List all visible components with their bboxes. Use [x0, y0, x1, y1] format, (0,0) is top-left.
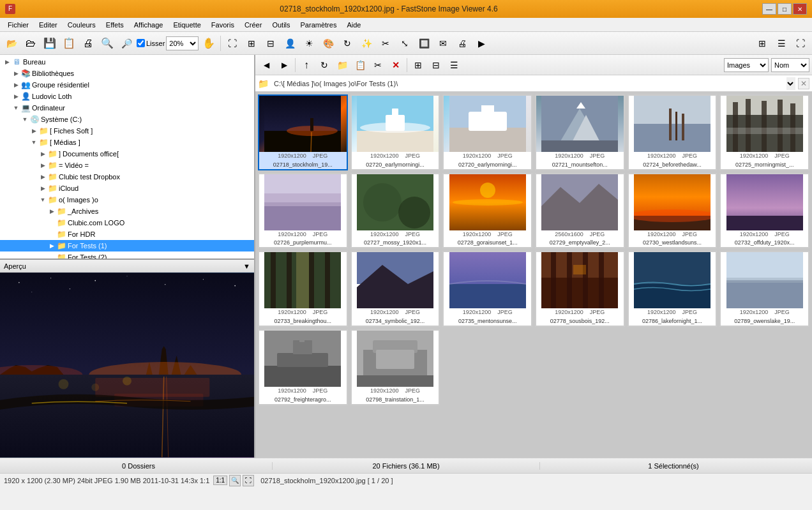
tree-item-ludovic[interactable]: ▶ 👤 Ludovic Loth: [0, 91, 254, 102]
toolbar-thumbs-btn[interactable]: ⊞: [243, 34, 260, 52]
toolbar-print2-btn[interactable]: 🖨: [453, 34, 471, 52]
thumb-item-16[interactable]: 1920x1200 JPEG 02778_sousbois_192...: [535, 251, 625, 327]
thumb-item-1[interactable]: 1920x1200 JPEG 02718_stockholm_19...: [258, 94, 348, 170]
expander-bureau[interactable]: ▶: [3, 59, 11, 65]
thumb-item-4[interactable]: 1920x1200 JPEG 02721_mountsefton...: [535, 94, 625, 170]
nav-copy-btn[interactable]: 📋: [352, 57, 368, 73]
toolbar-crop-btn[interactable]: ✂: [377, 34, 395, 52]
toolbar-print-btn[interactable]: 🖨: [79, 34, 97, 52]
toolbar-fit-btn[interactable]: ⛶: [792, 34, 809, 52]
tree-item-docoffice[interactable]: ▶ 📁 ] Documents office[: [0, 148, 254, 160]
menu-etiquette[interactable]: Etiquette: [168, 20, 206, 30]
tree-item-fichesoft[interactable]: ▶ 📁 [ Fiches Soft ]: [0, 125, 254, 137]
menu-couleurs[interactable]: Couleurs: [63, 20, 101, 30]
expander-fortests1[interactable]: ▶: [47, 243, 56, 249]
menu-parametres[interactable]: Paramètres: [296, 20, 342, 30]
toolbar-grid-btn[interactable]: ⊞: [753, 34, 771, 52]
tree-item-forhdr[interactable]: ▶ 📁 For HDR: [0, 229, 254, 240]
tree-item-fortests2[interactable]: ▶ 📁 For Tests (2): [0, 251, 254, 260]
thumb-item-18[interactable]: 1920x1200 JPEG 02789_owenslake_19...: [719, 251, 809, 327]
tree-item-clubictest[interactable]: ▶ 📁 Clubic test Dropbox: [0, 171, 254, 183]
thumb-item-20[interactable]: 1920x1200 JPEG 02798_trainstation_1...: [350, 329, 440, 405]
tree-item-systeme[interactable]: ▼ 💿 Système (C:): [0, 114, 254, 125]
toolbar-hand-btn[interactable]: ✋: [200, 34, 218, 52]
close-button[interactable]: ✕: [793, 3, 807, 15]
menu-favoris[interactable]: Favoris: [206, 20, 239, 30]
thumb-item-17[interactable]: 1920x1200 JPEG 02786_lakefornight_1...: [628, 251, 718, 327]
tree-item-medias[interactable]: ▼ 📁 [ Médias ]: [0, 137, 254, 148]
thumb-item-11[interactable]: 1920x1200 JPEG 02730_westlandsuns...: [628, 173, 718, 249]
thumb-item-13[interactable]: 1920x1200 JPEG 02733_breakingthou...: [258, 251, 348, 327]
thumb-item-3[interactable]: 1920x1200 JPEG 02720_earlymorningi...: [442, 94, 532, 170]
expander-icloud[interactable]: ▶: [38, 185, 47, 191]
info-1to1-btn[interactable]: 1:1: [213, 476, 227, 485]
toolbar-effects-btn[interactable]: ✨: [357, 34, 375, 52]
thumb-item-12[interactable]: 1920x1200 JPEG 02732_offduty_1920x...: [719, 173, 809, 249]
toolbar-color-btn[interactable]: 🎨: [319, 34, 337, 52]
tree-item-fortests1[interactable]: ▶ 📁 For Tests (1): [0, 240, 254, 251]
toolbar-save-btn[interactable]: 🗁: [22, 34, 40, 52]
expander-clubiclogo[interactable]: ▶: [47, 220, 56, 226]
expander-systeme[interactable]: ▼: [20, 116, 29, 123]
toolbar-fullscreen-btn[interactable]: ⛶: [223, 34, 241, 52]
menu-creer[interactable]: Créer: [239, 20, 267, 30]
thumb-item-10[interactable]: 2560x1600 JPEG 02729_emptyvalley_2...: [535, 173, 625, 249]
nav-newfolder-btn[interactable]: 📁: [334, 57, 350, 73]
minimize-button[interactable]: —: [762, 3, 776, 15]
expander-video[interactable]: ▶: [38, 162, 47, 169]
tree-item-archives[interactable]: ▶ 📁 _Archives: [0, 206, 254, 217]
toolbar-copy-btn[interactable]: 📋: [60, 34, 78, 52]
toolbar-rotate-btn[interactable]: ↻: [338, 34, 356, 52]
toolbar-resize-btn[interactable]: ⤡: [396, 34, 414, 52]
nav-refresh-btn[interactable]: ↻: [316, 57, 333, 73]
toolbar-email-btn[interactable]: ✉: [434, 34, 452, 52]
tree-item-images[interactable]: ▼ 📁 o( Images )o: [0, 194, 254, 206]
nav-delete-btn[interactable]: ✕: [387, 57, 404, 73]
expander-images[interactable]: ▼: [38, 197, 47, 203]
menu-effets[interactable]: Effets: [101, 20, 129, 30]
nav-up-btn[interactable]: ↑: [298, 57, 315, 73]
expander-docoffice[interactable]: ▶: [38, 151, 47, 157]
nav-move-btn[interactable]: ✂: [370, 57, 386, 73]
nav-back-btn[interactable]: ◀: [258, 57, 274, 73]
tree-item-bureau[interactable]: ▶ 🖥 Bureau: [0, 56, 254, 68]
thumb-item-14[interactable]: 1920x1200 JPEG 02734_symbolic_192...: [350, 251, 440, 327]
zoom-select[interactable]: 20%25%50%75%100%: [166, 36, 199, 50]
expander-fortests2[interactable]: ▶: [47, 254, 56, 260]
tree-item-video[interactable]: ▶ 📁 = Vidéo =: [0, 160, 254, 171]
thumb-item-15[interactable]: 1920x1200 JPEG 02735_mentonsunse...: [442, 251, 532, 327]
expander-forhdr[interactable]: ▶: [47, 231, 56, 237]
thumb-item-9[interactable]: 1920x1200 JPEG 02728_goraisunset_1...: [442, 173, 532, 249]
path-clear-btn[interactable]: ✕: [798, 78, 809, 89]
lisser-checkbox[interactable]: Lisser: [137, 39, 165, 47]
expander-biblio[interactable]: ▶: [11, 70, 20, 77]
expander-clubictest[interactable]: ▶: [38, 174, 47, 180]
nav-view1-btn[interactable]: ⊞: [410, 57, 426, 73]
menu-fichier[interactable]: Fichier: [3, 20, 34, 30]
toolbar-compare-btn[interactable]: ⊟: [262, 34, 280, 52]
tree-item-clubiclogo[interactable]: ▶ 📁 Clubic.com LOGO: [0, 217, 254, 229]
thumb-item-6[interactable]: 1920x1200 JPEG 02725_morningmist_...: [719, 94, 809, 170]
path-input[interactable]: [271, 77, 784, 90]
toolbar-zoomout-btn[interactable]: 🔎: [117, 34, 135, 52]
toolbar-list-btn[interactable]: ☰: [772, 34, 790, 52]
tree-item-ordinateur[interactable]: ▼ 💻 Ordinateur: [0, 102, 254, 114]
thumb-item-8[interactable]: 1920x1200 JPEG 02727_mossy_1920x1...: [350, 173, 440, 249]
expander-groupe[interactable]: ▶: [11, 82, 20, 88]
toolbar-profile-btn[interactable]: 👤: [281, 34, 299, 52]
thumb-item-5[interactable]: 1920x1200 JPEG 02724_beforethedaw...: [628, 94, 718, 170]
nav-view2-btn[interactable]: ⊟: [428, 57, 444, 73]
nav-view3-btn[interactable]: ☰: [446, 57, 462, 73]
toolbar-zoomin-btn[interactable]: 🔍: [98, 34, 116, 52]
menu-aide[interactable]: Aide: [342, 20, 366, 30]
expander-archives[interactable]: ▶: [47, 208, 56, 214]
toolbar-present-btn[interactable]: ▶: [472, 34, 490, 52]
menu-outils[interactable]: Outils: [267, 20, 295, 30]
maximize-button[interactable]: □: [778, 3, 792, 15]
thumb-item-19[interactable]: 1920x1200 JPEG 02792_freighteragro...: [258, 329, 348, 405]
menu-editer[interactable]: Editer: [34, 20, 63, 30]
expander-ordinateur[interactable]: ▼: [11, 105, 20, 111]
expander-fichesoft[interactable]: ▶: [29, 128, 38, 134]
sort-select[interactable]: NomDateTailleType: [771, 58, 809, 72]
toolbar-watermark-btn[interactable]: 🔲: [415, 34, 433, 52]
